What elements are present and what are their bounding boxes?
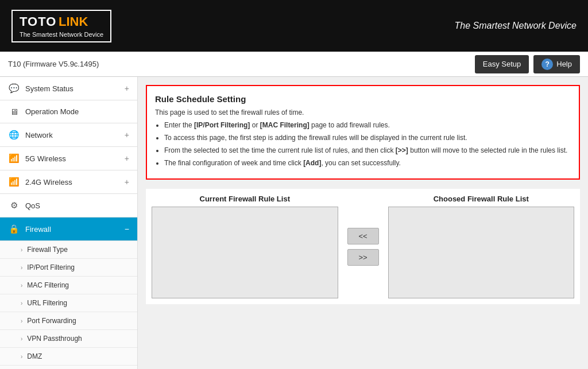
firmware-title: T10 (Firmware V5.9c.1495) [8,60,99,68]
bullet-2: To access this page, the first step is a… [164,133,571,143]
info-box: Rule Schedule Setting This page is used … [146,85,580,180]
header: TOTO LINK The Smartest Network Device Th… [0,0,588,52]
plus-icon-network: + [125,130,129,139]
chosen-list-label: Choosed Firewall Rule List [434,195,529,203]
chosen-rule-list-box[interactable] [388,207,575,298]
qos-icon: ⚙ [8,200,20,211]
sidebar-item-system-status[interactable]: 💬 System Status + [0,77,137,100]
sub-label-mac-filtering: MAC Filtering [27,281,69,289]
dot-icon-firewall-type: › [21,247,22,253]
sidebar-item-5g-wireless[interactable]: 📶 5G Wireless + [0,147,137,170]
wifi-5g-icon: 📶 [8,153,20,164]
dot-icon-vpn: › [21,336,22,342]
sidebar-item-dmz[interactable]: › DMZ [0,348,137,366]
header-brand-right: The Smartest Network Device [454,21,577,31]
dot-icon-ip-port: › [21,265,22,271]
toolbar-buttons: Easy Setup ? Help [475,55,580,73]
help-label: Help [556,60,572,68]
plus-icon-2g: + [125,177,129,187]
bullet-1: Enter the [IP/Port Filtering] or [MAC Fi… [164,120,571,130]
minus-icon-firewall: − [125,224,129,234]
current-rule-list-section: Current Firewall Rule List [152,195,338,298]
monitor-icon: 🖥 [8,107,20,116]
rule-lists-container: Current Firewall Rule List << >> Choosed… [146,189,580,304]
easy-setup-button[interactable]: Easy Setup [475,55,529,73]
help-icon: ? [541,59,553,70]
wifi-2g-icon: 📶 [8,177,20,187]
current-list-label: Current Firewall Rule List [200,195,290,203]
dot-icon-url: › [21,300,22,306]
info-title: Rule Schedule Setting [155,94,571,104]
sidebar-item-network[interactable]: 🌐 Network + [0,123,137,147]
globe-icon: 🌐 [8,130,20,140]
sub-label-port-forwarding: Port Forwarding [27,317,76,325]
sidebar-label-5g-wireless: 5G Wireless [25,154,125,163]
dot-icon-mac: › [21,282,22,289]
sidebar-item-2g-wireless[interactable]: 📶 2.4G Wireless + [0,170,137,194]
logo-link: LINK [59,14,88,29]
sidebar-label-qos: QoS [25,201,129,210]
help-button[interactable]: ? Help [533,55,580,73]
sub-label-firewall-type: Firewall Type [27,246,67,254]
plus-icon-system-status: + [125,84,129,93]
sub-label-dmz: DMZ [27,352,42,360]
chosen-rule-list-section: Choosed Firewall Rule List [388,195,575,298]
dot-icon-port-fwd: › [21,318,22,324]
current-rule-list-box[interactable] [152,207,338,298]
chat-icon: 💬 [8,83,20,94]
sidebar-label-system-status: System Status [25,84,125,93]
main-layout: 💬 System Status + 🖥 Operation Mode 🌐 Net… [0,77,588,369]
bullet-3: From the selected to set the time the cu… [164,145,571,156]
logo-tagline: The Smartest Network Device [20,31,103,38]
rule-arrows: << >> [338,228,388,266]
info-desc: This page is used to set the firewall ru… [155,108,571,116]
arrow-right-button[interactable]: >> [347,249,379,266]
toolbar: T10 (Firmware V5.9c.1495) Easy Setup ? H… [0,52,588,77]
sub-label-vpn-passthrough: VPN Passthrough [27,335,82,343]
info-bullets: Enter the [IP/Port Filtering] or [MAC Fi… [164,120,571,168]
sidebar-label-2g-wireless: 2.4G Wireless [25,178,125,187]
content-area: Rule Schedule Setting This page is used … [138,77,588,369]
sidebar-item-qos[interactable]: ⚙ QoS [0,194,137,217]
sidebar-label-network: Network [25,131,125,139]
sidebar-label-operation-mode: Operation Mode [25,107,129,116]
sidebar-label-firewall: Firewall [25,225,125,234]
lock-icon: 🔒 [8,224,20,234]
sidebar-item-operation-mode[interactable]: 🖥 Operation Mode [0,100,137,123]
plus-icon-5g: + [125,154,129,163]
logo-area: TOTO LINK The Smartest Network Device [11,10,111,42]
sidebar-item-mac-filtering[interactable]: › MAC Filtering [0,277,137,294]
dot-icon-dmz: › [21,354,22,360]
sidebar-item-vpn-passthrough[interactable]: › VPN Passthrough [0,330,137,348]
bullet-4: The final configuration of week and time… [164,158,571,168]
logo-text: TOTO LINK [20,14,103,29]
sidebar-item-rule-schedule[interactable]: › Rule Schedule Setting [0,366,137,369]
sub-label-ip-port-filtering: IP/Port Filtering [27,263,75,271]
arrow-left-button[interactable]: << [347,228,379,244]
sidebar-item-port-forwarding[interactable]: › Port Forwarding [0,312,137,330]
sidebar: 💬 System Status + 🖥 Operation Mode 🌐 Net… [0,77,138,369]
sub-label-url-filtering: URL Filtering [27,299,67,307]
logo-toto: TOTO [20,14,56,29]
sidebar-item-firewall-type[interactable]: › Firewall Type [0,241,137,259]
logo-box: TOTO LINK The Smartest Network Device [11,10,111,42]
sidebar-item-firewall[interactable]: 🔒 Firewall − [0,217,137,241]
sidebar-item-url-filtering[interactable]: › URL Filtering [0,294,137,312]
sidebar-item-ip-port-filtering[interactable]: › IP/Port Filtering [0,259,137,277]
